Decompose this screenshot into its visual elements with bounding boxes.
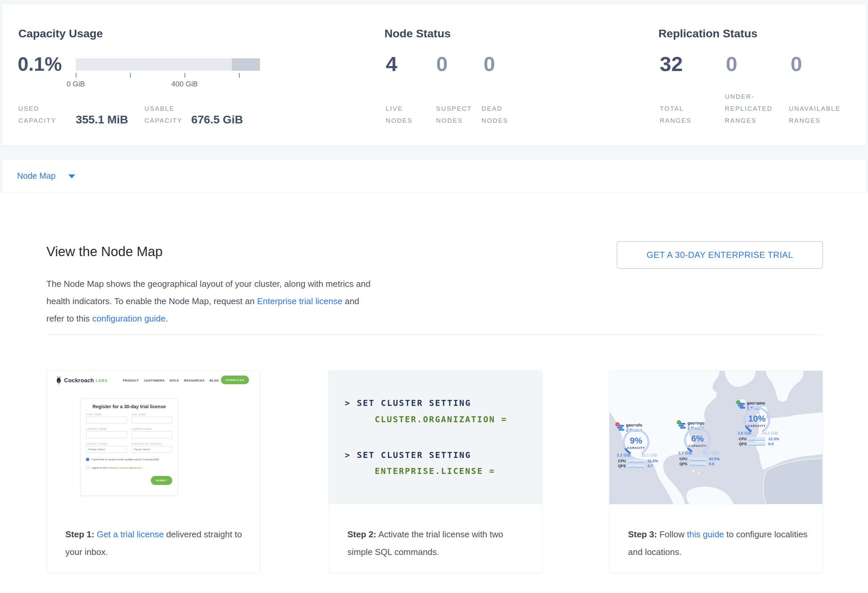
email-updates-checkbox-row: I would like to receive email updates ab… [86,458,159,461]
cpu-sparkline [627,459,645,463]
enterprise-trial-button[interactable]: GET A 30-DAY ENTERPRISE TRIAL [617,241,823,269]
capacity-usage-title: Capacity Usage [18,27,103,40]
under-replicated-label: UNDER-REPLICATED RANGES [725,91,787,127]
reason-select: Please Select [131,446,172,453]
sql-prompt-line: > SET CLUSTER SETTING [345,450,471,460]
qps-value: 0.0 [768,442,774,446]
suspect-nodes-label: SUSPECT NODES [436,103,481,127]
usable-capacity-value: 676.5 GiB [191,113,243,126]
capacity-label: CAPACITY [622,446,650,450]
field-label: COMPANY EMAIL [131,428,172,430]
qps-label: QPS [618,464,626,468]
field-label: COMPANY NAME [86,428,127,430]
cpu-label: CPU [679,457,687,461]
live-nodes-count: 4 [386,54,397,74]
field-label: PROJECT PHASE [86,443,127,445]
nav-item: DOCS [170,379,179,382]
field-label: LAST NAME [131,413,172,416]
section-description: The Node Map shows the geographical layo… [46,275,377,327]
step2-caption: Step 2: Activate the trial license with … [347,525,528,561]
step3-text: Follow [657,529,687,539]
total-ranges-count: 32 [660,54,683,74]
used-capacity-label: USED CAPACITY [18,103,77,127]
axis-label-400: 400 GiB [166,80,203,88]
capacity-percent: 10% [743,413,771,424]
description-text: . [165,313,168,324]
checkbox-unchecked-icon [86,466,89,469]
locality-name: geo=sfo [626,423,642,428]
dead-nodes-label: DEAD NODES [481,103,525,127]
cpu-value: 42.5% [709,457,720,461]
cluster-summary-panel: Capacity Usage 0.1% 0 GiB 400 GiB USED C… [1,3,867,146]
capacity-used-percent: 0.1% [18,54,62,74]
project-phase-select: Please Select [86,446,127,453]
field-label: REASON FOR INTEREST [131,443,172,445]
nav-item: RESOURCES [184,379,205,382]
trial-license-form: Register for a 30-day trial license FIRS… [80,398,178,496]
sql-setting-line: CLUSTER.ORGANIZATION = [375,415,507,424]
sql-commands-panel: > SET CLUSTER SETTING CLUSTER.ORGANIZATI… [329,371,542,504]
this-guide-link[interactable]: this guide [687,529,724,539]
cpu-label: CPU [739,437,747,441]
cpu-label: CPU [618,459,626,463]
locality-name: geo=ams [747,401,765,406]
step1-prefix: Step 1: [65,529,94,539]
cpu-sparkline [748,437,766,441]
node-map-view-toggle[interactable]: Node Map [1,159,867,193]
license-agreement-link: Software License Agreement. [108,466,143,469]
under-replicated-count: 0 [726,54,737,74]
download-pill-button: DOWNLOAD [221,375,249,384]
qps-value: 4.7 [647,464,653,468]
cockroach-bug-icon [56,376,62,385]
capacity-total-value: 34.4 GiB [758,431,782,436]
step2-card: > SET CLUSTER SETTING CLUSTER.ORGANIZATI… [328,371,542,573]
node-map-preview: 1 geo=sfo 2 Nodes 9% CAPACITY 3.2 GiB 35… [610,371,822,504]
cockroach-labs-logo: Cockroach LABS [56,375,108,386]
capacity-label: CAPACITY [743,424,771,428]
replication-status-title: Replication Status [658,27,757,40]
configuration-guide-link[interactable]: configuration guide [92,313,165,324]
capacity-used-value: 3.2 GiB [613,453,634,458]
suspect-nodes-count: 0 [436,54,447,74]
locality-nyc: ✓ geo=nyc 2 Nodes 6% CAPACITY 3.7 GiB 65… [677,414,732,469]
company-name-input [86,431,127,438]
logo-wordmark: Cockroach [64,377,94,384]
divider [46,334,822,335]
qps-label: QPS [739,442,747,446]
axis-tick [185,73,185,78]
cpu-sparkline [689,457,706,461]
locality-ams: ✓ geo=ams 1 Node 10% CAPACITY 3.6 GiB 34… [736,394,791,449]
node-map-toggle-label[interactable]: Node Map [17,159,55,192]
capacity-total-value: 35.1 GiB [638,453,661,458]
step3-caption: Step 3: Follow this guide to configure l… [628,525,808,561]
live-nodes-label: LIVE NODES [386,103,429,127]
capacity-total-value: 65.7 GiB [699,451,722,456]
locality-sfo: 1 geo=sfo 2 Nodes 9% CAPACITY 3.2 GiB 35… [616,416,670,471]
site-nav: PRODUCT CUSTOMERS DOCS RESOURCES BLOG [123,379,219,382]
enterprise-trial-license-link[interactable]: Enterprise trial license [257,296,342,306]
axis-tick [239,73,240,78]
form-title: Register for a 30-day trial license [81,404,177,409]
capacity-bar [76,58,260,71]
checkbox-checked-icon [86,458,89,461]
locality-name: geo=nyc [688,421,704,425]
nav-item: PRODUCT [123,379,139,382]
qps-sparkline [689,462,706,466]
total-ranges-label: TOTAL RANGES [660,103,713,127]
company-email-input [131,431,172,438]
unavailable-count: 0 [791,54,802,74]
submit-pill-button: SUBMIT [151,476,172,485]
chevron-down-icon [68,174,75,178]
capacity-bar-nonusable-segment [232,58,260,71]
sql-prompt-line: > SET CLUSTER SETTING [345,398,471,408]
cluster-overview-page: Capacity Usage 0.1% 0 GiB 400 GiB USED C… [0,0,868,593]
step1-caption: Step 1: Get a trial license delivered st… [65,525,246,561]
license-agreement-checkbox-row: I agree to the Software License Agreemen… [86,466,143,469]
axis-label-0: 0 GiB [62,80,89,88]
last-name-input [131,416,172,424]
cpu-value: 12.3% [768,437,779,441]
sql-setting-line: ENTERPRISE.LICENSE = [375,466,495,476]
get-trial-license-link[interactable]: Get a trial license [97,529,164,539]
used-capacity-value: 355.1 MiB [76,113,128,126]
node-status-title: Node Status [384,27,450,40]
